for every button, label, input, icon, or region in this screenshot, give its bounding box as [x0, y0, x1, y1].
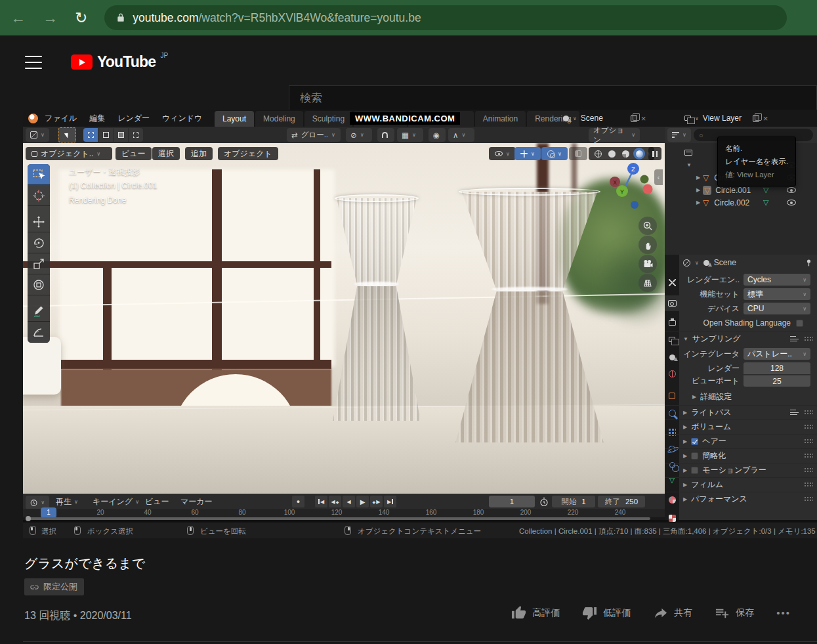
ortho-grid-button[interactable] [639, 274, 657, 292]
active-tool-button[interactable] [58, 127, 76, 142]
menu-edit[interactable]: 編集 [89, 113, 105, 124]
snap-magnet-button[interactable] [377, 128, 394, 142]
visibility-dropdown[interactable]: ∨ [489, 147, 516, 160]
menu-select[interactable]: 選択 [152, 147, 180, 160]
shading-rendered-button[interactable] [633, 148, 645, 160]
new-scene-button[interactable] [631, 115, 637, 122]
section-hair[interactable]: ▶ ヘアー [665, 434, 817, 448]
timeline-menu-view[interactable]: ビュー [145, 496, 169, 507]
select-mode-tweak[interactable] [83, 128, 98, 142]
presets-icon[interactable] [790, 335, 799, 342]
address-bar[interactable]: youtube.com/watch?v=R5hbXVlB4Wo&feature=… [104, 5, 787, 30]
timeline-menu-keying[interactable]: キーイング∨ [93, 496, 139, 507]
tab-animation[interactable]: Animation [475, 111, 526, 127]
tab-layout[interactable]: Layout [215, 111, 254, 127]
menu-view[interactable]: ビュー [115, 147, 152, 160]
transform-orientation-dropdown[interactable]: ⇄グロー..∨ [287, 128, 341, 142]
panel-collapse-arrow[interactable]: ‹ [654, 169, 663, 185]
presets-icon[interactable] [790, 409, 799, 416]
tool-select-box[interactable] [28, 164, 50, 185]
pivot-point-dropdown[interactable]: ⊘∨ [346, 128, 372, 142]
select-mode-box[interactable] [98, 128, 113, 142]
tool-annotate[interactable] [28, 301, 50, 322]
tab-modeling[interactable]: Modeling [255, 111, 303, 127]
shading-solid-button[interactable] [606, 148, 618, 160]
proportional-edit-button[interactable]: ◉ [429, 128, 446, 142]
motion-blur-checkbox[interactable] [691, 467, 698, 474]
next-keyframe-button[interactable]: ◆▶ [370, 496, 383, 507]
select-mode-circle[interactable] [114, 128, 128, 142]
visibility-eye-icon[interactable] [787, 187, 796, 193]
end-frame-field[interactable]: 終了250 [598, 496, 645, 507]
share-button[interactable]: 共有 [653, 605, 692, 620]
select-mode-lasso[interactable] [129, 128, 143, 142]
search-input[interactable] [289, 85, 817, 112]
pause-render-button[interactable] [648, 147, 661, 160]
editor-type-dropdown[interactable]: ∨ [26, 128, 49, 142]
snap-settings-dropdown[interactable]: ▦∨ [397, 128, 423, 142]
like-button[interactable]: 高評価 [511, 605, 560, 620]
prev-keyframe-button[interactable]: ◀◆ [329, 496, 341, 507]
play-button[interactable]: ▶ [356, 496, 369, 507]
properties-editor-icon[interactable] [683, 259, 690, 267]
jump-to-end-button[interactable]: ▶ [384, 496, 396, 507]
timeline-menu-marker[interactable]: マーカー [180, 496, 213, 507]
jump-to-start-button[interactable]: ◀ [315, 496, 327, 507]
menu-add[interactable]: 追加 [185, 147, 213, 160]
menu-object[interactable]: オブジェクト [218, 147, 278, 160]
browser-reload-button[interactable]: ↻ [75, 11, 87, 26]
mode-dropdown[interactable]: オブジェクト..∨ [26, 147, 112, 160]
viewport-3d[interactable]: オブジェクト..∨ ビュー 選択 追加 オブジェクト ∨ ∨ ∨ ∨ [23, 143, 665, 494]
auto-keying-button[interactable]: ● [292, 496, 304, 507]
dislike-button[interactable]: 低評価 [582, 605, 631, 620]
integrator-dropdown[interactable]: パストレー..∨ [744, 348, 810, 360]
pan-hand-button[interactable] [639, 236, 657, 254]
render-samples-field[interactable]: 128 [744, 362, 810, 374]
axis-gizmo[interactable]: Z X Y [608, 161, 660, 213]
render-engine-dropdown[interactable]: Cycles∨ [744, 274, 810, 286]
section-film[interactable]: ▶ フィルム [665, 477, 817, 491]
menu-render[interactable]: レンダー [117, 113, 150, 124]
overlays-toggle[interactable]: ∨ [541, 147, 568, 160]
guide-menu-button[interactable] [25, 56, 42, 69]
section-simplify[interactable]: ▶ 簡略化 [665, 448, 817, 462]
playhead[interactable]: 1 [41, 507, 56, 517]
proportional-falloff-dropdown[interactable]: ∧∨ [448, 128, 474, 142]
tool-move[interactable] [28, 211, 50, 232]
osl-checkbox[interactable] [796, 320, 803, 327]
menu-file[interactable]: ファイル [45, 113, 77, 124]
tool-scale[interactable] [28, 253, 50, 274]
hair-checkbox[interactable] [691, 438, 698, 445]
browser-back-button[interactable]: ← [10, 11, 26, 26]
save-button[interactable]: 保存 [715, 605, 754, 620]
menu-window[interactable]: ウィンドウ [162, 113, 202, 124]
section-sampling[interactable]: ▼ サンプリング [665, 332, 817, 345]
unlisted-badge[interactable]: 限定公開 [24, 578, 84, 595]
view-layer-selector[interactable]: ∨ View Layer × [684, 112, 768, 125]
shading-material-button[interactable] [619, 148, 631, 160]
remove-view-layer-button[interactable]: × [763, 114, 768, 123]
tool-cursor[interactable] [28, 185, 50, 206]
section-performance[interactable]: ▶ パフォーマンス [665, 492, 817, 505]
visibility-eye-icon[interactable] [787, 200, 796, 205]
gizmos-toggle[interactable]: ∨ [514, 147, 541, 160]
feature-set-dropdown[interactable]: 標準∨ [744, 288, 810, 300]
tab-sculpting[interactable]: Sculpting [304, 111, 352, 127]
section-volumes[interactable]: ▶ ボリューム [665, 419, 817, 433]
video-player[interactable]: ファイル 編集 レンダー ウィンドウ ヘルプ Layout Modeling S… [23, 110, 817, 538]
current-frame-field[interactable]: 1 [489, 496, 535, 507]
more-actions-button[interactable]: ••• [776, 607, 791, 618]
pin-icon[interactable] [805, 259, 813, 267]
timeline-ruler[interactable]: 20 40 60 80 100 120 140 160 180 200 220 … [23, 509, 665, 517]
tool-transform[interactable] [28, 274, 50, 295]
youtube-logo[interactable]: YouTube JP [71, 53, 168, 71]
zoom-button[interactable] [639, 217, 657, 235]
scene-selector[interactable]: ∨ Scene × [563, 112, 646, 125]
tool-measure[interactable] [28, 322, 50, 343]
advanced-settings-row[interactable]: ▶ 詳細設定 [665, 390, 817, 404]
timeline-scrollbar[interactable] [23, 517, 665, 520]
tool-rotate[interactable] [28, 232, 50, 253]
viewport-samples-field[interactable]: 25 [744, 375, 810, 387]
new-view-layer-button[interactable] [753, 115, 759, 122]
section-light-paths[interactable]: ▶ ライトパス [665, 405, 817, 419]
